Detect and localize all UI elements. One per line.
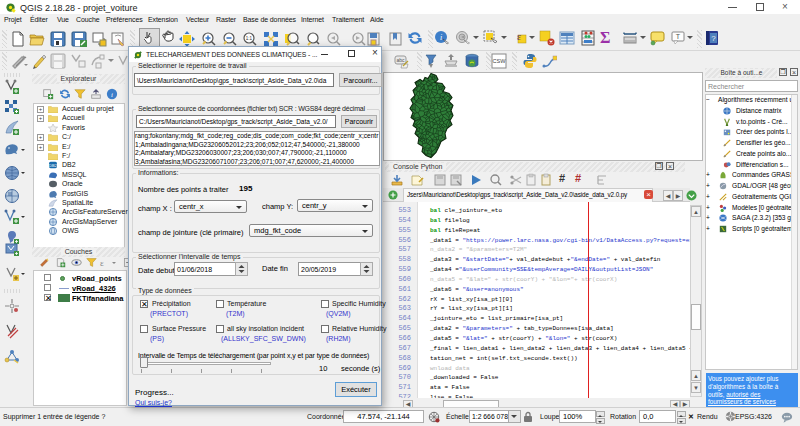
svg-text:abc: abc <box>396 57 405 63</box>
svg-text:T: T <box>676 33 681 40</box>
svg-text:ε: ε <box>517 31 521 42</box>
svg-text:DB2: DB2 <box>49 163 58 168</box>
svg-text:CSW: CSW <box>493 58 507 64</box>
svg-text:?: ? <box>711 34 716 43</box>
svg-text:i: i <box>440 33 442 42</box>
svg-text:i: i <box>111 91 113 98</box>
svg-text:1:1: 1:1 <box>246 36 253 41</box>
